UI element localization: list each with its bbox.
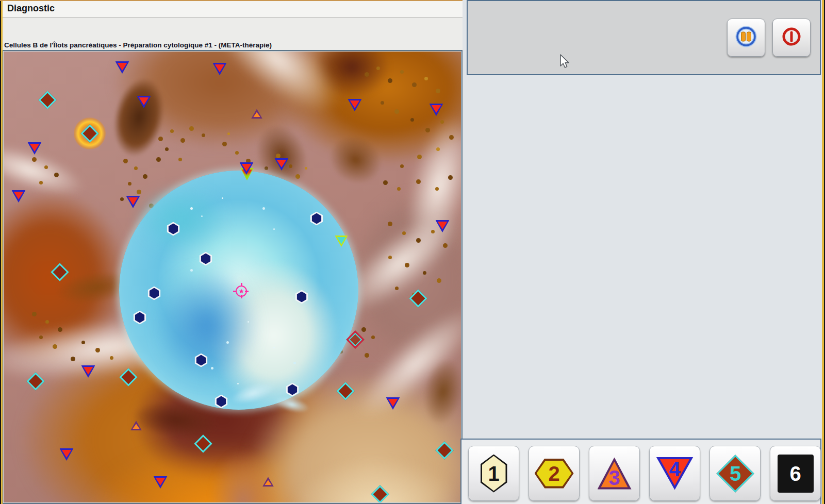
marker-t4[interactable] <box>430 104 443 116</box>
marker-t4[interactable] <box>116 61 129 74</box>
shape-button-3[interactable]: 3 <box>589 446 640 501</box>
session-button[interactable] <box>727 19 765 57</box>
marker-fill <box>150 288 159 299</box>
marker-t4[interactable] <box>12 190 26 203</box>
marker-hex[interactable] <box>310 212 323 226</box>
marker-t4[interactable] <box>126 196 140 208</box>
shape-button-6[interactable]: 6 <box>770 446 821 501</box>
pause-icon <box>734 25 758 51</box>
title-bar: Diagnostic <box>3 1 463 18</box>
tri-up-icon: 3 <box>598 458 632 490</box>
marker-d5[interactable] <box>119 368 137 386</box>
marker-d5r[interactable] <box>346 330 364 348</box>
marker-fill <box>288 384 298 395</box>
hex-h-icon: 2 <box>535 459 574 489</box>
marker-hex[interactable] <box>195 354 208 367</box>
marker-t4[interactable] <box>154 476 168 489</box>
marker-fill <box>438 222 448 229</box>
top-right-panel <box>467 0 821 75</box>
marker-d5[interactable] <box>38 91 56 109</box>
marker-t4[interactable] <box>60 448 74 461</box>
marker-fill <box>253 112 260 117</box>
marker-fill <box>84 367 93 375</box>
marker-t3[interactable] <box>251 109 262 119</box>
shape-button-number: 3 <box>608 467 620 488</box>
marker-t3[interactable] <box>130 421 142 431</box>
window-edge <box>1 0 3 504</box>
shape-button-number: 4 <box>669 459 680 479</box>
tri-down-icon: 4 <box>656 457 694 490</box>
marker-hex[interactable] <box>200 252 212 266</box>
power-button[interactable] <box>772 19 811 57</box>
marker-fill <box>62 450 72 458</box>
marker-fill <box>297 292 307 303</box>
marker-fill <box>215 64 225 72</box>
marker-d5[interactable] <box>51 263 69 281</box>
marker-d5[interactable] <box>435 441 453 459</box>
marker-d5[interactable] <box>336 382 354 400</box>
marker-t4[interactable] <box>348 99 362 111</box>
marker-layer <box>4 52 461 502</box>
marker-fill <box>312 213 322 224</box>
marker-fill <box>350 100 360 108</box>
shape-button-number: 6 <box>789 463 801 484</box>
marker-fill <box>277 160 287 167</box>
marker-fill <box>135 312 145 323</box>
marker-t4[interactable] <box>28 142 42 155</box>
marker-fill <box>388 399 398 407</box>
bottom-right-panel: 123456 <box>460 439 821 504</box>
marker-t4[interactable] <box>436 220 450 232</box>
marker-hex[interactable] <box>148 287 161 300</box>
marker-t3[interactable] <box>262 477 274 487</box>
marker-t4[interactable] <box>386 397 400 410</box>
marker-fill <box>217 396 226 407</box>
marker-fill <box>118 63 127 71</box>
marker-hex[interactable] <box>167 222 180 236</box>
shape-button-4[interactable]: 4 <box>649 446 700 501</box>
marker-fill <box>196 355 206 366</box>
page-title: Diagnostic <box>7 3 55 14</box>
shape-button-number: 5 <box>729 463 740 484</box>
marker-fill <box>201 254 211 264</box>
marker-fill <box>432 105 441 113</box>
marker-tcy[interactable] <box>335 236 348 247</box>
marker-hex[interactable] <box>215 395 228 409</box>
marker-d5[interactable] <box>409 289 427 307</box>
specimen-view[interactable] <box>4 52 461 502</box>
marker-fill <box>139 97 149 105</box>
specimen-subtitle: Cellules B de l'Îlots pancréatiques - Pr… <box>4 41 272 49</box>
marker-d5[interactable] <box>371 485 389 502</box>
shape-button-number: 2 <box>548 463 559 484</box>
marker-fill <box>236 285 247 297</box>
marker-fill <box>128 197 138 205</box>
marker-fill <box>169 224 178 234</box>
diamond-icon: 5 <box>716 455 754 493</box>
header-area: Diagnostic Cellules B de l'Îlots pancréa… <box>3 1 463 50</box>
shape-button-1[interactable]: 1 <box>468 446 519 501</box>
toolbar <box>727 19 811 57</box>
marker-d5[interactable] <box>26 372 44 390</box>
marker-t4[interactable] <box>81 365 95 378</box>
marker-hex[interactable] <box>295 290 308 304</box>
marker-fill <box>337 237 346 244</box>
marker-fill <box>14 192 24 199</box>
marker-hex[interactable] <box>134 311 146 325</box>
shape-button-number: 1 <box>488 463 499 484</box>
shape-button-5[interactable]: 5 <box>710 446 761 501</box>
power-icon <box>780 25 803 51</box>
marker-d5[interactable] <box>194 434 212 452</box>
square-icon: 6 <box>778 455 814 493</box>
shape-toolbar: 123456 <box>468 446 821 501</box>
marker-fill <box>30 144 40 152</box>
marker-fill <box>133 424 140 429</box>
marker-target[interactable] <box>234 283 249 299</box>
marker-hex[interactable] <box>286 383 299 397</box>
window-edge <box>0 0 463 1</box>
marker-t4[interactable] <box>275 158 289 171</box>
hex-v-icon: 1 <box>481 455 507 493</box>
marker-t4[interactable] <box>213 63 227 75</box>
shape-button-2[interactable]: 2 <box>529 446 580 501</box>
marker-t4[interactable] <box>137 96 151 108</box>
marker-fill <box>156 478 166 485</box>
marker-fill <box>265 480 272 485</box>
